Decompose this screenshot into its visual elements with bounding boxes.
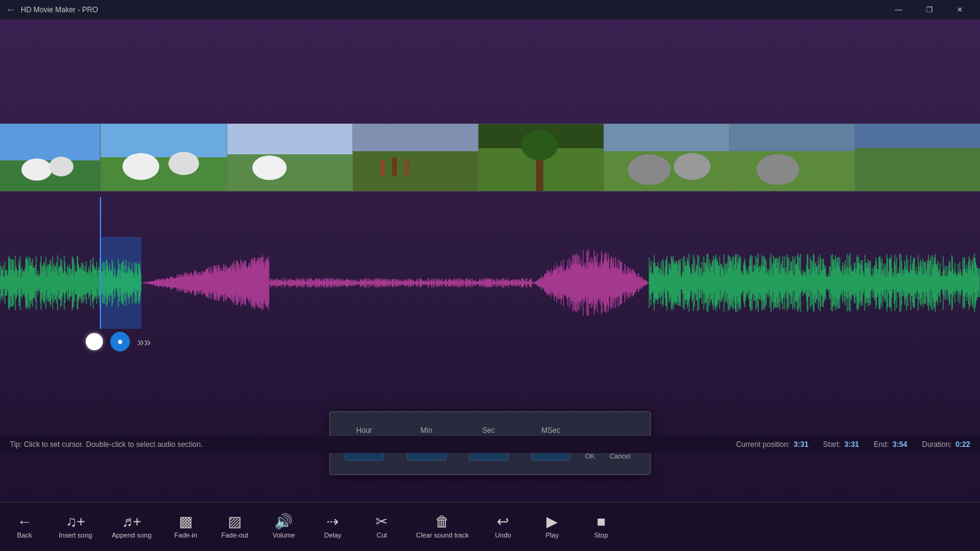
titlebar-back-icon[interactable]: ← [6, 4, 16, 15]
svg-point-28 [674, 153, 710, 180]
play-button[interactable]: ▶ Play [527, 503, 576, 552]
waveform-canvas[interactable] [0, 237, 980, 329]
cut-button[interactable]: ✂ Cut [357, 503, 406, 552]
volume-button[interactable]: 🔊 Volume [259, 503, 308, 552]
insert-song-label: Insert song [59, 531, 92, 539]
current-position-display: Current position: 3:31 [736, 440, 809, 449]
clear-sound-track-button[interactable]: 🗑 Clear sound track [406, 503, 478, 552]
stop-button[interactable]: ■ Stop [576, 503, 625, 552]
playhead-row: ● »» [86, 332, 151, 351]
svg-point-4 [49, 157, 74, 176]
svg-rect-26 [604, 124, 729, 151]
svg-rect-15 [353, 151, 478, 191]
tip-text: Tip: Click to set cursor. Double-click t… [10, 440, 203, 449]
cut-icon: ✂ [375, 514, 388, 529]
append-song-label: Append song [111, 531, 151, 539]
titlebar-controls: — ❐ ✕ [884, 0, 974, 20]
svg-rect-34 [855, 148, 980, 191]
back-label: Back [17, 531, 32, 539]
start-value: 3:31 [845, 440, 859, 449]
delay-button[interactable]: ⇢ Delay [308, 503, 357, 552]
titlebar-title: HD Movie Maker - PRO [21, 6, 98, 14]
fade-out-button[interactable]: ▨ Fade-out [210, 503, 259, 552]
current-pos-label: Current position: [736, 440, 790, 449]
volume-label: Volume [273, 531, 295, 539]
playhead-handle[interactable] [86, 333, 103, 350]
end-display: End: 3:54 [874, 440, 908, 449]
svg-rect-11 [227, 154, 353, 191]
restore-button[interactable]: ❐ [915, 0, 943, 20]
toolbar: ← Back ♫+ Insert song ♬+ Append song ▩ F… [0, 502, 980, 551]
svg-point-8 [123, 153, 159, 180]
play-position-indicator[interactable]: ● [110, 332, 130, 351]
msec-label: MSec [541, 426, 560, 435]
current-pos-value: 3:31 [794, 440, 809, 449]
thumbnail-strip-svg: 00:03:32 00:04:36 00:06:42 00:10:47 00:1… [0, 124, 980, 197]
svg-rect-6 [100, 157, 227, 191]
hour-label: Hour [356, 426, 372, 435]
undo-icon: ↩ [497, 514, 509, 529]
duration-label: Duration: [922, 440, 952, 449]
play-label: Play [546, 531, 559, 539]
duration-display: Duration: 0:22 [922, 440, 970, 449]
forward-icon[interactable]: »» [137, 335, 151, 349]
statusbar-right: Current position: 3:31 Start: 3:31 End: … [736, 440, 970, 449]
svg-rect-12 [227, 124, 353, 154]
svg-rect-17 [380, 160, 385, 176]
stop-icon: ■ [597, 514, 606, 529]
fade-in-icon: ▩ [179, 514, 193, 529]
svg-rect-35 [855, 124, 980, 148]
insert-song-icon: ♫+ [66, 514, 85, 529]
svg-point-32 [756, 154, 799, 185]
delay-label: Delay [324, 531, 341, 539]
svg-rect-18 [392, 157, 397, 176]
fade-in-label: Fade-in [175, 531, 197, 539]
close-button[interactable]: ✕ [946, 0, 974, 20]
sec-label: Sec [482, 426, 495, 435]
stop-label: Stop [594, 531, 608, 539]
fade-in-button[interactable]: ▩ Fade-in [161, 503, 210, 552]
clear-sound-track-label: Clear sound track [416, 531, 469, 539]
main-area: 00:03:32 00:04:36 00:06:42 00:10:47 00:1… [0, 20, 980, 502]
start-label: Start: [823, 440, 841, 449]
cancel-label: Cancel [609, 452, 630, 460]
svg-rect-16 [353, 124, 478, 151]
fade-out-icon: ▨ [228, 514, 242, 529]
svg-point-13 [252, 156, 287, 180]
fade-out-label: Fade-out [221, 531, 248, 539]
titlebar: ← HD Movie Maker - PRO — ❐ ✕ [0, 0, 980, 20]
svg-point-23 [521, 130, 558, 160]
end-value: 3:54 [892, 440, 907, 449]
svg-point-27 [628, 154, 671, 185]
min-label: Min [420, 426, 432, 435]
end-label: End: [874, 440, 889, 449]
play-icon: ▶ [546, 514, 557, 529]
start-display: Start: 3:31 [823, 440, 859, 449]
titlebar-left: ← HD Movie Maker - PRO [6, 4, 98, 15]
insert-song-button[interactable]: ♫+ Insert song [49, 503, 102, 552]
ok-label: OK [585, 452, 595, 460]
svg-rect-31 [729, 124, 855, 151]
svg-point-3 [21, 159, 52, 181]
svg-point-9 [168, 152, 199, 175]
svg-rect-19 [404, 159, 409, 176]
statusbar: Tip: Click to set cursor. Double-click t… [0, 436, 980, 453]
append-song-button[interactable]: ♬+ Append song [102, 503, 161, 552]
svg-rect-7 [100, 124, 227, 157]
volume-icon: 🔊 [274, 514, 293, 529]
append-song-icon: ♬+ [122, 514, 141, 529]
svg-rect-2 [0, 124, 100, 160]
undo-button[interactable]: ↩ Undo [478, 503, 527, 552]
back-button[interactable]: ← Back [0, 503, 49, 552]
back-icon: ← [17, 514, 32, 529]
minimize-button[interactable]: — [884, 0, 913, 20]
undo-label: Undo [495, 531, 511, 539]
delay-icon: ⇢ [326, 514, 339, 529]
cut-label: Cut [377, 531, 387, 539]
duration-value: 0:22 [956, 440, 970, 449]
clear-sound-track-icon: 🗑 [435, 514, 450, 529]
